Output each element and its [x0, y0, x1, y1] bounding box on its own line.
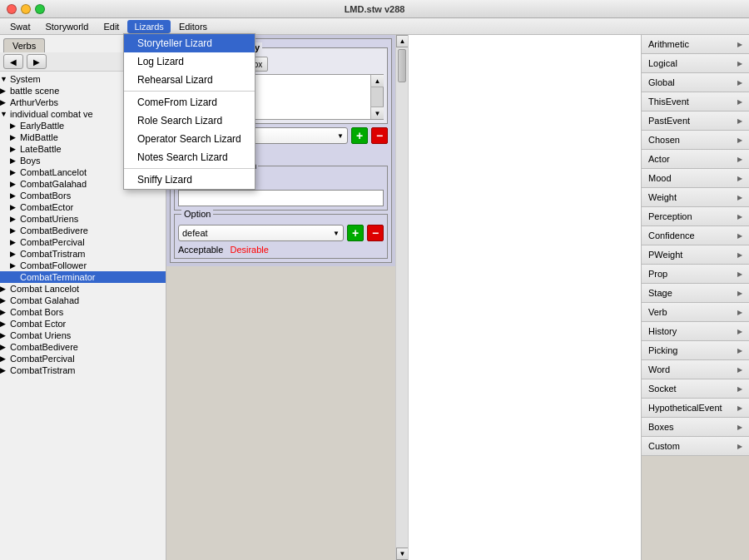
center-scroll-thumb[interactable]: [398, 49, 406, 82]
fate-dropdown-arrow: ▼: [337, 132, 344, 140]
right-btn-actor[interactable]: Actor ▶: [642, 150, 749, 169]
menu-item-rehearsal[interactable]: Rehearsal Lizard: [124, 71, 255, 89]
menu-storyworld[interactable]: Storyworld: [38, 20, 95, 33]
nav-forward-button[interactable]: ▶: [27, 54, 47, 69]
right-btn-picking[interactable]: Picking ▶: [642, 341, 749, 360]
menu-editors[interactable]: Editors: [172, 20, 214, 33]
tree-item-combat-ector-2[interactable]: ▶Combat Ector: [0, 318, 166, 330]
right-btn-hypotheticalevent[interactable]: HypotheticalEvent ▶: [642, 399, 749, 418]
menu-lizards[interactable]: Lizards: [127, 20, 170, 33]
defeat-remove-button[interactable]: −: [367, 225, 384, 241]
right-btn-pweight-label: PWeight: [648, 250, 682, 260]
tree-item-combat-galahad-2[interactable]: ▶Combat Galahad: [0, 295, 166, 306]
right-btn-prop[interactable]: Prop ▶: [642, 265, 749, 284]
menu-item-sniffy[interactable]: Sniffy Lizard: [124, 171, 255, 189]
right-btn-global-arrow: ▶: [737, 79, 742, 87]
center-scroll-track[interactable]: [396, 47, 408, 548]
tree-item-combattristram-2[interactable]: ▶CombatTristram: [0, 364, 166, 376]
right-btn-logical-label: Logical: [648, 58, 677, 68]
right-btn-mood[interactable]: Mood ▶: [642, 169, 749, 188]
center-scroll-down[interactable]: ▼: [396, 548, 408, 560]
right-btn-actor-label: Actor: [648, 154, 670, 164]
right-btn-global[interactable]: Global ▶: [642, 73, 749, 92]
right-btn-history[interactable]: History ▶: [642, 322, 749, 341]
right-btn-perception-label: Perception: [648, 211, 692, 221]
center-scroll-up[interactable]: ▲: [396, 35, 408, 47]
right-btn-thisevent[interactable]: ThisEvent ▶: [642, 92, 749, 112]
fate-add-button[interactable]: +: [351, 127, 368, 144]
menu-divider-1: [124, 91, 255, 92]
right-btn-perception-arrow: ▶: [737, 213, 742, 221]
right-btn-boxes-arrow: ▶: [737, 424, 742, 431]
scroll-up-arrow[interactable]: ▲: [371, 75, 384, 87]
right-btn-perception[interactable]: Perception ▶: [642, 207, 749, 226]
window-controls[interactable]: [7, 4, 45, 14]
defeat-dropdown[interactable]: defeat ▼: [178, 225, 344, 241]
right-btn-thisevent-label: ThisEvent: [648, 97, 689, 107]
menu-swat[interactable]: Swat: [3, 20, 37, 33]
tree-item-combatpercival-2[interactable]: ▶CombatPercival: [0, 353, 166, 364]
desirable-link[interactable]: Desirable: [230, 245, 268, 255]
right-btn-logical-arrow: ▶: [737, 60, 742, 67]
defeat-dropdown-label: defeat: [182, 228, 208, 238]
menu-item-notes-search[interactable]: Notes Search Lizard: [124, 148, 255, 166]
emotional-reaction-input[interactable]: [178, 190, 384, 206]
tree-item-combat-follower[interactable]: ▶CombatFollower: [0, 260, 166, 271]
right-btn-socket[interactable]: Socket ▶: [642, 379, 749, 399]
tree-item-combat-tristram[interactable]: ▶CombatTristram: [0, 248, 166, 260]
center-vscrollbar[interactable]: ▲ ▼: [395, 35, 408, 560]
menu-edit[interactable]: Edit: [97, 20, 126, 33]
right-btn-mood-arrow: ▶: [737, 175, 742, 182]
right-btn-confidence[interactable]: Confidence ▶: [642, 226, 749, 245]
right-btn-thisevent-arrow: ▶: [737, 98, 742, 106]
verbs-tab[interactable]: Verbs: [3, 38, 45, 52]
menubar: Swat Storyworld Edit Lizards Editors: [0, 18, 749, 35]
right-btn-pweight[interactable]: PWeight ▶: [642, 245, 749, 265]
tree-item-combat-ector[interactable]: ▶CombatEctor: [0, 201, 166, 213]
maximize-button[interactable]: [35, 4, 45, 14]
menu-item-operator-search[interactable]: Operator Search Lizard: [124, 130, 255, 148]
menu-item-storyteller[interactable]: Storyteller Lizard: [124, 34, 255, 52]
fate-remove-button[interactable]: −: [371, 127, 388, 144]
tree-item-combat-bors-2[interactable]: ▶Combat Bors: [0, 306, 166, 318]
tree-item-combat-percival[interactable]: ▶CombatPercival: [0, 236, 166, 248]
sentence-vscroll[interactable]: ▲ ▼: [370, 75, 383, 119]
tree-item-combat-lancelot-2[interactable]: ▶Combat Lancelot: [0, 283, 166, 295]
close-button[interactable]: [7, 4, 17, 14]
right-btn-pastevent-arrow: ▶: [737, 117, 742, 125]
right-btn-weight[interactable]: Weight ▶: [642, 188, 749, 207]
right-panel: Arithmetic ▶ Logical ▶ Global ▶ ThisEven…: [641, 35, 749, 560]
tree-item-combat-bedivere[interactable]: ▶CombatBedivere: [0, 225, 166, 236]
tree-item-combat-bors[interactable]: ▶CombatBors: [0, 190, 166, 201]
right-btn-arithmetic[interactable]: Arithmetic ▶: [642, 35, 749, 54]
defeat-add-button[interactable]: +: [347, 225, 364, 241]
main-layout: Verbs ◀ ▶ ▼System ▶battle scene ▶ArthurV…: [0, 35, 749, 560]
tree-item-combatbedivere-2[interactable]: ▶CombatBedivere: [0, 341, 166, 353]
menu-item-comefrom[interactable]: ComeFrom Lizard: [124, 93, 255, 112]
tree-item-combat-uriens[interactable]: ▶CombatUriens: [0, 213, 166, 225]
right-btn-boxes[interactable]: Boxes ▶: [642, 418, 749, 437]
menu-item-role-search[interactable]: Role Search Lizard: [124, 112, 255, 130]
right-btn-prop-label: Prop: [648, 269, 667, 279]
minimize-button[interactable]: [21, 4, 31, 14]
right-btn-word-label: Word: [648, 364, 670, 374]
right-btn-stage-label: Stage: [648, 288, 672, 298]
tree-item-combat-uriens-2[interactable]: ▶Combat Uriens: [0, 330, 166, 341]
right-btn-word-arrow: ▶: [737, 366, 742, 374]
right-btn-pastevent[interactable]: PastEvent ▶: [642, 112, 749, 131]
scroll-down-arrow[interactable]: ▼: [371, 107, 384, 119]
right-btn-word[interactable]: Word ▶: [642, 360, 749, 379]
right-btn-stage-arrow: ▶: [737, 290, 742, 297]
right-btn-verb[interactable]: Verb ▶: [642, 303, 749, 322]
nav-back-button[interactable]: ◀: [3, 54, 23, 69]
menu-item-log[interactable]: Log Lizard: [124, 52, 255, 71]
tree-item-combat-terminator[interactable]: CombatTerminator: [0, 271, 166, 283]
right-btn-weight-arrow: ▶: [737, 194, 742, 201]
right-btn-confidence-arrow: ▶: [737, 232, 742, 240]
right-btn-picking-label: Picking: [648, 345, 677, 355]
right-btn-stage[interactable]: Stage ▶: [642, 284, 749, 303]
right-btn-logical[interactable]: Logical ▶: [642, 54, 749, 73]
right-btn-custom[interactable]: Custom ▶: [642, 437, 749, 456]
right-btn-chosen[interactable]: Chosen ▶: [642, 131, 749, 150]
acceptable-link[interactable]: Acceptable: [178, 245, 223, 255]
